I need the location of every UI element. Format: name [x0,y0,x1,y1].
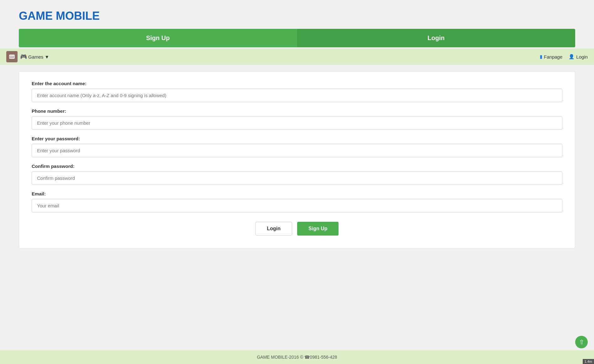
gamepad-icon: 🎮 [20,53,27,60]
tab-bar: Sign Up Login [19,29,575,47]
chevron-down-icon: ▼ [45,54,49,60]
nav-login-label: Login [576,54,588,60]
signup-button[interactable]: Sign Up [297,222,339,236]
email-input[interactable] [32,199,562,212]
games-label: Games [28,54,43,60]
arrow-up-icon: ⇧ [579,338,584,346]
account-input[interactable] [32,89,562,102]
email-label: Email: [32,191,562,196]
nav-left: GM 🎮 Games ▼ [6,51,49,62]
signup-form-container: Enter the account name: Phone number: En… [19,71,575,248]
confirm-group: Confirm password: [32,164,562,185]
password-label: Enter your password: [32,136,562,141]
header: GAME MOBILE [0,0,594,29]
games-menu[interactable]: 🎮 Games ▼ [20,53,49,60]
email-group: Email: [32,191,562,212]
logo: GAME MOBILE [19,9,575,23]
fanpage-link[interactable]: ▮ Fanpage [540,54,562,60]
nav-bar: GM 🎮 Games ▼ ▮ Fanpage 👤 Login [0,49,594,65]
facebook-icon: ▮ [540,54,542,60]
password-input[interactable] [32,144,562,157]
site-logo-icon: GM [6,51,18,62]
user-icon: 👤 [569,54,575,60]
footer-text: GAME MOBILE-2016 © ☎0981-556-428 [257,355,337,360]
scroll-to-top-button[interactable]: ⇧ [575,336,588,348]
footer: GAME MOBILE-2016 © ☎0981-556-428 [0,350,594,364]
button-row: Login Sign Up [32,222,562,236]
signup-tab[interactable]: Sign Up [19,29,297,47]
nav-right: ▮ Fanpage 👤 Login [540,54,588,60]
account-group: Enter the account name: [32,81,562,102]
confirm-label: Confirm password: [32,164,562,169]
login-link[interactable]: 👤 Login [569,54,588,60]
login-tab[interactable]: Login [297,29,576,47]
fanpage-label: Fanpage [544,54,562,60]
password-group: Enter your password: [32,136,562,157]
version-badge: 1.4m [583,359,594,364]
phone-input[interactable] [32,116,562,130]
phone-label: Phone number: [32,108,562,114]
phone-group: Phone number: [32,108,562,130]
confirm-input[interactable] [32,171,562,185]
svg-text:GM: GM [9,55,14,59]
login-button[interactable]: Login [255,222,292,236]
account-label: Enter the account name: [32,81,562,86]
